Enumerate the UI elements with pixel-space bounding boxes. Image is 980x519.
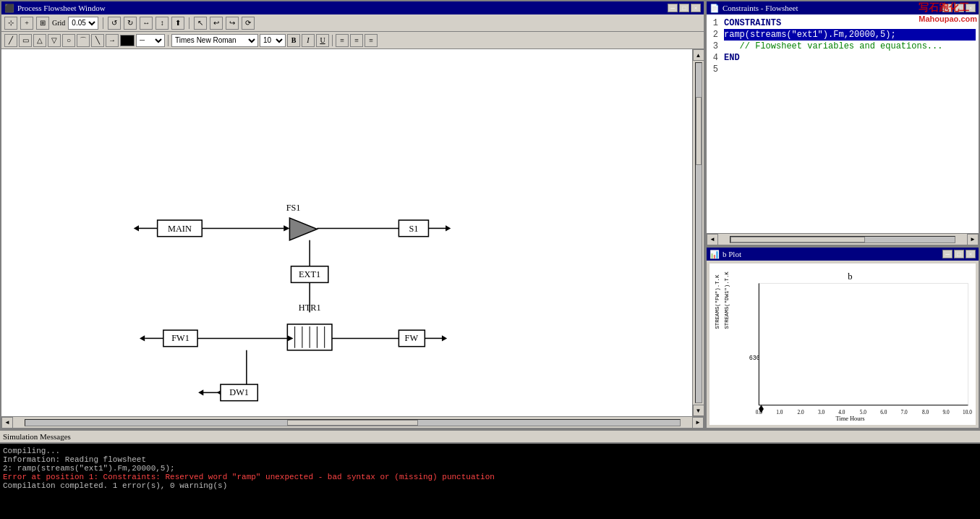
plot-title: b Plot [723,250,741,258]
svg-text:FS1: FS1 [286,203,301,213]
svg-text:9.0: 9.0 [942,409,950,415]
hscroll-right[interactable]: ► [692,417,704,429]
sim-line-2: Information: Reading flowsheet [3,455,977,464]
plot-close[interactable]: × [966,250,976,258]
sim-line-3: 2: ramp(streams("ext1").Fm,20000,5); [3,464,977,473]
select-tool[interactable]: + [20,17,33,30]
svg-text:10.0: 10.0 [963,409,972,415]
vscroll-track[interactable] [695,62,702,403]
window-controls: ─ □ × [668,4,701,12]
chscroll-thumb[interactable] [730,237,865,242]
vscroll-thumb[interactable] [696,97,702,165]
svg-text:2.0: 2.0 [798,409,805,415]
fontsize-select[interactable]: 10 [260,34,286,47]
undo[interactable]: ↩ [210,17,223,30]
draw-line[interactable]: ╱ [4,34,17,47]
sim-line-4: Error at position 1: Constraints: Reserv… [3,473,977,481]
code-line-3[interactable]: // Flowsheet variables and equations... [724,41,976,52]
code-line-2[interactable]: ramp(streams("ext1").Fm,20000,5); [724,29,976,41]
sep4 [332,35,333,46]
italic-btn[interactable]: I [302,34,315,47]
rotate-right[interactable]: ↻ [124,17,137,30]
constraints-minimize[interactable]: ─ [942,4,953,12]
vscroll-up[interactable]: ▲ [693,49,704,61]
svg-marker-5 [284,225,289,231]
maximize-button[interactable]: □ [679,4,689,12]
line-num-2: 2 [710,29,718,41]
pointer-tool[interactable]: ⊹ [4,17,17,30]
plot-minimize[interactable]: ─ [942,250,953,258]
underline-btn[interactable]: U [316,34,329,47]
canvas-with-vscroll: MAIN FS1 S1 [1,49,704,416]
svg-text:FW: FW [405,334,419,344]
hscroll-track[interactable] [25,419,681,426]
undo2[interactable]: ↪ [226,17,239,30]
drawing-toolbar: ╱ ▭ △ ▽ ○ ⌒ ╲ → ─ Times New Roman 10 [1,32,704,49]
hscroll-left[interactable]: ◄ [1,417,13,429]
cursor-tool[interactable]: ↖ [194,17,207,30]
simulation-messages: Compiling... Information: Reading flowsh… [0,442,980,519]
sep2 [189,17,189,29]
draw-tri2[interactable]: ▽ [48,34,61,47]
draw-rect[interactable]: ▭ [19,34,32,47]
constraints-controls: ─ □ × [942,4,976,12]
flowsheet-title: Process Flowsheet Window [17,4,106,12]
canvas-area[interactable]: MAIN FS1 S1 [1,49,692,416]
code-line-5[interactable] [724,64,976,75]
draw-arc[interactable]: ⌒ [77,34,90,47]
close-button[interactable]: × [691,4,701,12]
sep3 [168,35,169,46]
svg-text:DW1: DW1 [229,387,249,397]
minimize-button[interactable]: ─ [668,4,678,12]
rotate-left[interactable]: ↺ [108,17,121,30]
align-right[interactable]: ≡ [365,34,378,47]
code-editor[interactable]: 1 2 3 4 5 CONSTRAINTS ramp(streams("ext1… [707,14,979,233]
constraints-hscroll[interactable]: ◄ ► [707,233,979,245]
code-line-1[interactable]: CONSTRAINTS [724,17,976,29]
horizontal-scrollbar[interactable]: ◄ ► [1,416,704,428]
flip-v[interactable]: ↕ [155,17,169,30]
bold-btn[interactable]: B [287,34,300,47]
plot-icon: 📊 [710,250,720,259]
hscroll-thumb[interactable] [287,420,418,426]
color-box[interactable] [120,35,135,46]
align-left[interactable]: ≡ [336,34,349,47]
draw-tri[interactable]: △ [33,34,46,47]
chscroll-left[interactable]: ◄ [707,234,718,245]
constraints-close[interactable]: × [966,4,976,12]
align-up[interactable]: ⬆ [171,17,184,30]
sim-title-text: Simulation Messages [3,432,71,441]
plot-controls: ─ □ × [942,250,976,258]
right-panels: 📄 Constraints - Flowsheet ─ □ × 1 2 3 4 [705,0,980,429]
vertical-scrollbar[interactable]: ▲ ▼ [692,49,704,416]
grid-select[interactable]: 0.05 [68,17,98,30]
flip-h[interactable]: ↔ [140,17,153,30]
redo[interactable]: ⟳ [242,17,255,30]
constraints-maximize[interactable]: □ [954,4,964,12]
chscroll-track[interactable] [730,236,955,243]
align-center[interactable]: ≡ [350,34,363,47]
svg-text:S1: S1 [409,224,418,234]
code-line-4[interactable]: END [724,52,976,64]
draw-line2[interactable]: ╲ [91,34,104,47]
plot-maximize[interactable]: □ [954,250,964,258]
plot-svg: b STREAMS("FW").T.K STREAMS("DW1").T.K 6… [710,263,976,425]
constraints-titlebar: 📄 Constraints - Flowsheet ─ □ × [707,1,979,14]
line-style-select[interactable]: ─ [136,34,165,47]
grid-tool[interactable]: ⊞ [36,17,49,30]
font-select[interactable]: Times New Roman [171,34,258,47]
svg-text:Time Hours: Time Hours [835,415,864,422]
vscroll-down[interactable]: ▼ [693,405,704,416]
grid-label: Grid [52,19,65,27]
code-content: CONSTRAINTS ramp(streams("ext1").Fm,2000… [724,17,976,230]
line-num-5: 5 [710,64,718,75]
sim-line-5: Compilation completed. 1 error(s), 0 war… [3,481,977,490]
draw-arrow[interactable]: → [106,34,119,47]
svg-text:7.0: 7.0 [901,409,908,415]
chscroll-right[interactable]: ► [967,234,979,245]
sim-title-bar: Simulation Messages [0,429,980,442]
flowsheet-svg: MAIN FS1 S1 [1,49,692,416]
svg-text:FW1: FW1 [171,334,189,344]
draw-circle[interactable]: ○ [62,34,75,47]
svg-text:STREAMS("FW").T.K: STREAMS("FW").T.K [715,274,720,329]
